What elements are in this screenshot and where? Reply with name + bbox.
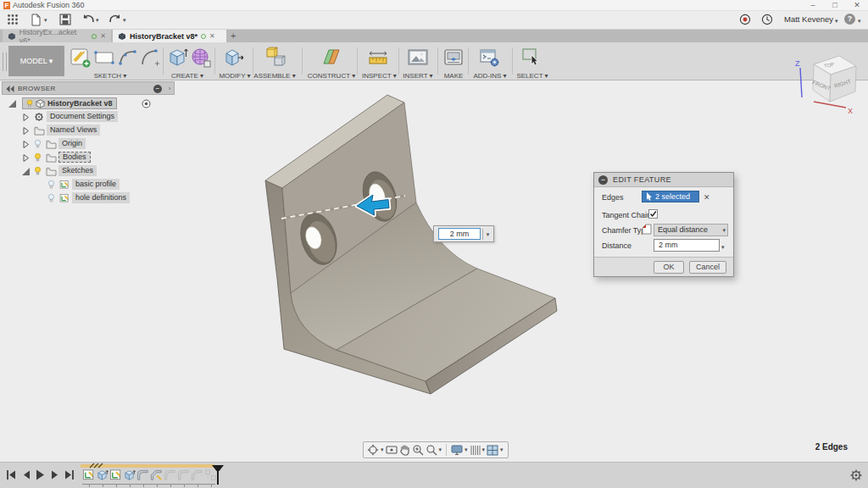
collapsed-triangle-icon[interactable]	[22, 141, 30, 148]
timeline-feature-fillet3-suppressed[interactable]	[177, 469, 190, 481]
app-grid-icon[interactable]	[7, 14, 19, 25]
inspect-group-label[interactable]: INSPECT ▾	[362, 72, 396, 80]
measure-icon[interactable]	[367, 47, 389, 69]
timeline-feature-extrude1[interactable]	[96, 469, 108, 481]
arc-3point-tool-icon[interactable]	[117, 47, 139, 69]
tab-history-bracket-v8[interactable]: HistoryBracket v8* ✕	[113, 30, 226, 42]
new-tab-button[interactable]: +	[231, 30, 236, 41]
browser-options-icon[interactable]: −	[153, 85, 162, 93]
redo-icon[interactable]	[108, 14, 122, 25]
edges-selection-button[interactable]: 2 selected	[642, 191, 699, 202]
user-menu[interactable]: Matt Keveney	[784, 14, 833, 24]
tree-label[interactable]: Sketches	[58, 165, 97, 176]
chamfer-type-select[interactable]: Equal distance ▾	[654, 224, 728, 236]
dialog-collapse-icon[interactable]: −	[598, 175, 608, 185]
distance-input[interactable]: 2 mm	[654, 239, 720, 252]
timeline-feature-chamfer-editing[interactable]	[150, 469, 163, 481]
display-settings-icon[interactable]	[451, 445, 463, 456]
grid-settings-icon[interactable]	[470, 445, 481, 456]
user-menu-caret[interactable]: ▾	[835, 14, 838, 28]
distance-input-caret[interactable]: ▾	[721, 241, 732, 254]
select-icon[interactable]	[520, 47, 542, 69]
distance-dropdown-caret[interactable]: ▾	[482, 229, 492, 240]
visibility-bulb-icon[interactable]	[47, 193, 55, 203]
redo-caret[interactable]: ▾	[123, 14, 126, 27]
expanded-triangle-icon[interactable]	[8, 100, 16, 108]
tree-label[interactable]: hole definitions	[72, 192, 130, 203]
help-icon[interactable]: ?	[844, 14, 855, 25]
minimize-button[interactable]: –	[802, 0, 824, 11]
timeline-play-button[interactable]	[36, 469, 45, 480]
toolbar-grip[interactable]	[3, 53, 7, 71]
insert-group-label[interactable]: INSERT ▾	[401, 72, 435, 80]
arc-tool-icon[interactable]	[139, 47, 161, 69]
timeline-step-back-button[interactable]	[22, 470, 31, 480]
undo-icon[interactable]	[81, 14, 95, 25]
fit-icon[interactable]	[426, 444, 437, 456]
tab-close-icon[interactable]: ✕	[209, 32, 215, 40]
close-button[interactable]: ✕	[846, 0, 868, 11]
modify-group-label[interactable]: MODIFY ▾	[214, 72, 256, 80]
undo-caret[interactable]: ▾	[96, 14, 99, 27]
timeline-feature-fillet1[interactable]	[136, 469, 149, 481]
record-icon[interactable]	[739, 14, 751, 25]
tree-label[interactable]: Named Views	[47, 125, 100, 136]
activate-component-icon[interactable]	[142, 99, 151, 108]
make-3dprint-icon[interactable]	[442, 47, 465, 69]
distance-value-field[interactable]	[438, 228, 481, 240]
file-menu-caret[interactable]: ▾	[44, 14, 47, 27]
visibility-bulb-icon[interactable]	[26, 99, 33, 108]
workspace-selector[interactable]: MODEL ▾	[8, 46, 64, 76]
tree-row-bodies[interactable]: Bodies	[2, 151, 176, 164]
tree-row-document-settings[interactable]: Document Settings	[2, 110, 176, 124]
press-pull-icon[interactable]	[223, 47, 245, 69]
extrude-icon[interactable]	[167, 47, 189, 69]
viewports-caret[interactable]: ▾	[500, 443, 504, 457]
timeline-feature-fillet2-suppressed[interactable]	[164, 469, 176, 481]
insert-image-icon[interactable]	[407, 47, 429, 69]
view-cube[interactable]: Z X TOP FRONT RIGHT	[788, 49, 868, 121]
viewports-icon[interactable]	[487, 445, 498, 456]
orbit-caret[interactable]: ▾	[381, 443, 384, 457]
timeline-feature-extrude2[interactable]	[123, 469, 136, 481]
timeline-settings-gear-icon[interactable]	[849, 469, 863, 482]
tab-history-bracket-v6[interactable]: HistoryEx...acket v6* ✕	[3, 30, 111, 42]
addins-group-label[interactable]: ADD-INS ▾	[471, 72, 509, 80]
timeline-feature-sketch2[interactable]	[109, 469, 122, 481]
look-at-icon[interactable]	[386, 445, 398, 455]
tangent-chain-checkbox[interactable]	[648, 209, 658, 219]
visibility-bulb-icon[interactable]	[34, 139, 42, 149]
timeline-feature-sketch1[interactable]	[82, 469, 95, 481]
tree-row-sketches[interactable]: Sketches	[2, 164, 176, 178]
tree-label[interactable]: Bodies	[58, 152, 91, 163]
visibility-bulb-icon[interactable]	[47, 180, 55, 190]
browser-expand-icon[interactable]: ›	[169, 82, 171, 95]
cancel-button[interactable]: Cancel	[689, 261, 726, 274]
fit-caret[interactable]: ▾	[439, 443, 442, 457]
orbit-icon[interactable]	[367, 444, 379, 456]
tree-label[interactable]: basic profile	[72, 179, 120, 190]
file-menu-icon[interactable]	[31, 14, 42, 26]
create-form-icon[interactable]	[190, 47, 212, 69]
clear-selection-icon[interactable]: ✕	[704, 193, 710, 202]
construct-group-label[interactable]: CONSTRUCT ▾	[307, 72, 356, 80]
tree-row-basic-profile[interactable]: basic profile	[2, 178, 176, 191]
collapsed-triangle-icon[interactable]	[22, 114, 30, 121]
create-sketch-icon[interactable]	[70, 47, 92, 69]
dialog-title-bar[interactable]: − EDIT FEATURE	[594, 173, 733, 187]
addins-scripts-icon[interactable]	[478, 47, 500, 69]
timeline-go-start-button[interactable]	[7, 470, 16, 480]
collapse-panel-icon[interactable]	[6, 86, 14, 92]
tree-row-named-views[interactable]: Named Views	[2, 124, 176, 137]
visibility-bulb-icon[interactable]	[34, 166, 42, 176]
expanded-triangle-icon[interactable]	[22, 168, 30, 175]
display-settings-caret[interactable]: ▾	[465, 443, 468, 457]
create-group-label[interactable]: CREATE ▾	[166, 72, 209, 80]
root-label[interactable]: HistoryBracket v8	[47, 98, 113, 108]
ok-button[interactable]: OK	[654, 261, 684, 274]
tree-label[interactable]: Origin	[58, 138, 86, 149]
tab-close-icon[interactable]: ✕	[100, 32, 106, 40]
tree-row-root[interactable]: HistoryBracket v8	[2, 97, 176, 110]
select-group-label[interactable]: SELECT ▾	[515, 72, 549, 80]
zoom-icon[interactable]	[412, 444, 424, 456]
